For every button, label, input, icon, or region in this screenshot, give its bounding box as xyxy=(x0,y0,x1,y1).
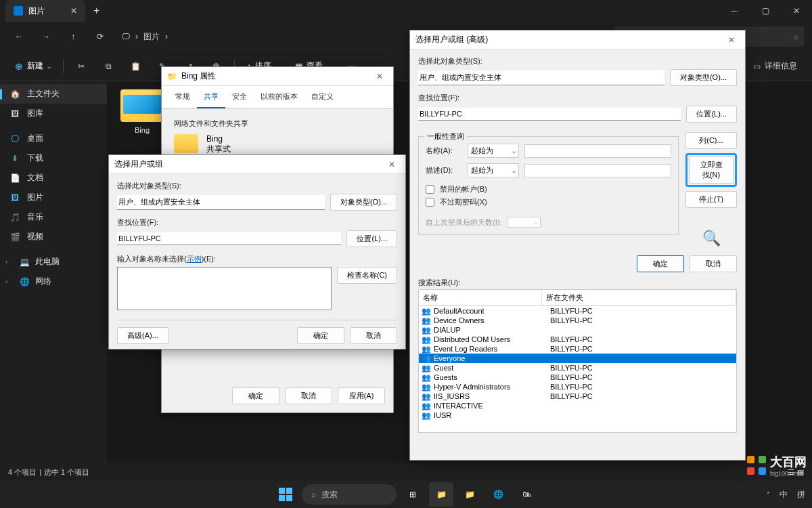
close-button[interactable]: ✕ xyxy=(723,35,740,45)
dialog-titlebar[interactable]: 选择用户或组 ✕ xyxy=(109,155,405,174)
paste-button[interactable]: 📋 xyxy=(123,56,148,77)
result-row[interactable]: 👥Distributed COM UsersBILLYFU-PC xyxy=(419,335,736,344)
sidebar-item-network[interactable]: ›🌐网络 xyxy=(0,272,107,291)
taskbar-search[interactable]: ⌕搜索 xyxy=(302,484,397,505)
result-row[interactable]: 👥GuestsBILLYFU-PC xyxy=(419,373,736,382)
object-name-input[interactable] xyxy=(117,267,332,310)
sidebar-item-documents[interactable]: 📄文档 xyxy=(0,168,107,188)
cut-button[interactable]: ✂ xyxy=(69,56,93,77)
tab-share[interactable]: 共享 xyxy=(197,86,225,108)
columns-button[interactable]: 列(C)... xyxy=(685,132,737,149)
tray-chevron-icon[interactable]: ˄ xyxy=(767,491,770,499)
search-folder-icon: 🔍 xyxy=(702,230,721,247)
dialog-titlebar[interactable]: 📁 Bing 属性 ✕ xyxy=(162,67,393,86)
close-button[interactable]: ✕ xyxy=(384,160,400,169)
stop-button[interactable]: 停止(T) xyxy=(685,191,737,208)
sidebar-item-gallery[interactable]: 🖼图库 xyxy=(0,104,107,123)
close-button[interactable]: ✕ xyxy=(371,72,388,81)
result-row[interactable]: 👥INTERACTIVE xyxy=(419,401,736,410)
refresh-button[interactable]: ⟳ xyxy=(89,26,111,47)
ok-button[interactable]: 确定 xyxy=(297,327,344,344)
result-row[interactable]: 👥Everyone xyxy=(419,354,736,363)
tab-general[interactable]: 常规 xyxy=(168,86,197,108)
explorer-taskbar-icon-2[interactable]: 📁 xyxy=(457,482,482,507)
sidebar-item-label: 主文件夹 xyxy=(27,88,60,100)
explorer-taskbar-icon[interactable]: 📁 xyxy=(429,482,453,507)
object-type-label: 选择此对象类型(S): xyxy=(117,181,397,191)
plus-circle-icon: ⊕ xyxy=(15,61,23,72)
desc-input[interactable] xyxy=(524,164,671,177)
result-row[interactable]: 👥Device OwnersBILLYFU-PC xyxy=(419,316,736,325)
results-list[interactable]: 👥DefaultAccountBILLYFU-PC👥Device OwnersB… xyxy=(419,306,736,420)
ok-button[interactable]: 确定 xyxy=(232,387,279,404)
name-combo[interactable]: 起始为 xyxy=(468,144,519,158)
taskview-button[interactable]: ⊞ xyxy=(401,482,425,507)
start-button[interactable] xyxy=(273,482,298,507)
back-button[interactable]: ← xyxy=(8,26,30,47)
dialog-titlebar[interactable]: 选择用户或组 (高级) ✕ xyxy=(410,30,745,49)
ok-button[interactable]: 确定 xyxy=(637,255,684,272)
sidebar-item-label: 图片 xyxy=(27,192,43,203)
result-row[interactable]: 👥IIS_IUSRSBILLYFU-PC xyxy=(419,391,736,401)
col-folder[interactable]: 所在文件夹 xyxy=(542,290,736,305)
desc-combo[interactable]: 起始为 xyxy=(468,163,519,177)
tab-previous[interactable]: 以前的版本 xyxy=(254,86,304,108)
copy-button[interactable]: ⧉ xyxy=(96,56,120,77)
object-types-button[interactable]: 对象类型(O)... xyxy=(330,194,397,211)
sidebar-item-desktop[interactable]: 🖵桌面 xyxy=(0,129,107,148)
watermark-url: big100.net xyxy=(770,470,807,477)
result-row[interactable]: 👥Hyper-V AdministratorsBILLYFU-PC xyxy=(419,382,736,391)
example-link[interactable]: 示例 xyxy=(187,255,202,263)
cancel-button[interactable]: 取消 xyxy=(690,255,737,272)
advanced-button[interactable]: 高级(A)... xyxy=(117,327,168,344)
find-now-button[interactable]: 立即查找(N) xyxy=(689,156,734,184)
locations-button[interactable]: 位置(L)... xyxy=(346,230,397,247)
maximize-button[interactable]: ▢ xyxy=(750,0,781,22)
result-row[interactable]: 👥GuestBILLYFU-PC xyxy=(419,363,736,373)
check-names-button[interactable]: 检查名称(C) xyxy=(337,267,397,284)
tab-label: 图片 xyxy=(28,5,45,17)
result-row[interactable]: 👥DIALUP xyxy=(419,325,736,335)
tab-security[interactable]: 安全 xyxy=(225,86,254,108)
object-type-value: 用户、组或内置安全主体 xyxy=(418,70,664,85)
breadcrumb[interactable]: 🖵 › 图片 › xyxy=(122,31,168,43)
sidebar-item-thispc[interactable]: ›💻此电脑 xyxy=(0,252,107,272)
apply-button[interactable]: 应用(A) xyxy=(338,387,385,404)
window-tab[interactable]: 图片 ✕ xyxy=(5,0,85,22)
details-label: 详细信息 xyxy=(765,60,797,72)
sidebar-item-downloads[interactable]: ⬇下载 xyxy=(0,148,107,168)
breadcrumb-item[interactable]: 图片 xyxy=(143,31,160,43)
details-pane-button[interactable]: ▭ 详细信息 xyxy=(746,58,804,75)
sidebar-item-music[interactable]: 🎵音乐 xyxy=(0,207,107,227)
cancel-button[interactable]: 取消 xyxy=(285,387,332,404)
name-input[interactable] xyxy=(524,144,671,158)
sidebar-item-home[interactable]: 🏠主文件夹 xyxy=(0,84,107,104)
result-row[interactable]: 👥DefaultAccountBILLYFU-PC xyxy=(419,306,736,316)
col-name[interactable]: 名称 xyxy=(419,290,542,305)
result-row[interactable]: 👥Event Log ReadersBILLYFU-PC xyxy=(419,344,736,354)
close-window-button[interactable]: ✕ xyxy=(781,0,812,22)
ime-mode[interactable]: 拼 xyxy=(797,489,805,501)
cancel-button[interactable]: 取消 xyxy=(350,327,397,344)
object-types-button[interactable]: 对象类型(O)... xyxy=(670,69,737,86)
sidebar-item-pictures[interactable]: 🖼图片 xyxy=(0,188,107,207)
minimize-button[interactable]: ─ xyxy=(719,0,750,22)
tab-custom[interactable]: 自定义 xyxy=(304,86,340,108)
up-button[interactable]: ↑ xyxy=(62,26,84,47)
disabled-accounts-checkbox[interactable] xyxy=(426,185,434,194)
close-tab-icon[interactable]: ✕ xyxy=(70,6,77,16)
locations-button[interactable]: 位置(L)... xyxy=(686,106,737,123)
store-taskbar-icon[interactable]: 🛍 xyxy=(514,482,539,507)
new-tab-button[interactable]: + xyxy=(93,5,99,17)
ime-indicator[interactable]: 中 xyxy=(780,489,788,501)
pictures-icon: 🖼 xyxy=(9,192,20,203)
network-icon: 🌐 xyxy=(19,276,30,287)
sidebar-item-videos[interactable]: 🎬视频 xyxy=(0,227,107,247)
forward-button[interactable]: → xyxy=(35,26,57,47)
edge-taskbar-icon[interactable]: 🌐 xyxy=(486,482,510,507)
nonexpiring-checkbox[interactable] xyxy=(426,198,434,207)
result-row[interactable]: 👥IUSR xyxy=(419,410,736,420)
common-queries-label: 一般性查询 xyxy=(424,131,467,142)
new-button[interactable]: ⊕ 新建 ⌵ xyxy=(8,58,58,75)
enter-name-label: 输入对象名称来选择(示例)(E): xyxy=(117,254,397,264)
